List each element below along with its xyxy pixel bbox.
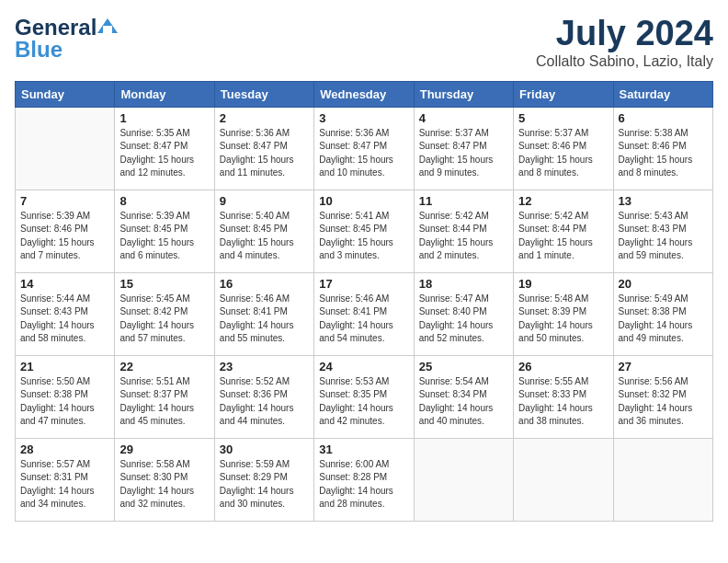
svg-marker-0 — [97, 18, 118, 33]
day-number: 15 — [119, 277, 209, 291]
calendar-cell: 24Sunrise: 5:53 AM Sunset: 8:35 PM Dayli… — [314, 355, 414, 438]
day-info: Sunrise: 5:37 AM Sunset: 8:46 PM Dayligh… — [518, 127, 608, 180]
day-info: Sunrise: 5:36 AM Sunset: 8:47 PM Dayligh… — [319, 127, 408, 180]
calendar-cell: 23Sunrise: 5:52 AM Sunset: 8:36 PM Dayli… — [214, 355, 313, 438]
calendar-table: SundayMondayTuesdayWednesdayThursdayFrid… — [15, 81, 713, 522]
calendar-cell: 7Sunrise: 5:39 AM Sunset: 8:46 PM Daylig… — [16, 190, 115, 272]
calendar-cell: 26Sunrise: 5:55 AM Sunset: 8:33 PM Dayli… — [514, 355, 613, 438]
day-number: 9 — [220, 194, 309, 208]
calendar-cell: 15Sunrise: 5:45 AM Sunset: 8:42 PM Dayli… — [115, 272, 214, 355]
day-info: Sunrise: 5:38 AM Sunset: 8:46 PM Dayligh… — [619, 127, 708, 180]
calendar-cell: 8Sunrise: 5:39 AM Sunset: 8:45 PM Daylig… — [115, 190, 214, 272]
col-header-sunday: Sunday — [16, 81, 115, 107]
day-number: 18 — [419, 277, 508, 291]
day-number: 10 — [319, 194, 408, 208]
day-number: 29 — [119, 442, 209, 456]
day-number: 22 — [119, 360, 209, 373]
day-info: Sunrise: 5:42 AM Sunset: 8:44 PM Dayligh… — [419, 210, 508, 263]
calendar-cell: 27Sunrise: 5:56 AM Sunset: 8:32 PM Dayli… — [613, 355, 712, 438]
calendar-cell: 11Sunrise: 5:42 AM Sunset: 8:44 PM Dayli… — [414, 190, 513, 272]
day-info: Sunrise: 5:46 AM Sunset: 8:41 PM Dayligh… — [220, 293, 309, 346]
day-info: Sunrise: 5:51 AM Sunset: 8:37 PM Dayligh… — [119, 375, 209, 429]
logo-icon — [97, 17, 118, 37]
calendar-cell — [16, 107, 115, 190]
calendar-header: SundayMondayTuesdayWednesdayThursdayFrid… — [16, 81, 713, 107]
day-number: 4 — [419, 111, 508, 125]
calendar-cell: 22Sunrise: 5:51 AM Sunset: 8:37 PM Dayli… — [115, 355, 214, 438]
day-info: Sunrise: 5:45 AM Sunset: 8:42 PM Dayligh… — [119, 293, 209, 346]
day-number: 25 — [419, 360, 508, 373]
day-number: 5 — [518, 111, 608, 125]
calendar-cell: 9Sunrise: 5:40 AM Sunset: 8:45 PM Daylig… — [214, 190, 313, 272]
day-number: 8 — [119, 194, 209, 208]
calendar-cell: 4Sunrise: 5:37 AM Sunset: 8:47 PM Daylig… — [414, 107, 513, 190]
day-info: Sunrise: 5:50 AM Sunset: 8:38 PM Dayligh… — [20, 375, 109, 429]
logo: General Blue — [15, 15, 118, 63]
day-number: 31 — [319, 442, 408, 456]
calendar-cell: 13Sunrise: 5:43 AM Sunset: 8:43 PM Dayli… — [613, 190, 712, 272]
location: Collalto Sabino, Lazio, Italy — [536, 53, 713, 70]
day-number: 26 — [518, 360, 608, 373]
day-number: 20 — [619, 277, 708, 291]
calendar-cell: 3Sunrise: 5:36 AM Sunset: 8:47 PM Daylig… — [314, 107, 414, 190]
calendar-cell: 5Sunrise: 5:37 AM Sunset: 8:46 PM Daylig… — [514, 107, 613, 190]
calendar-cell: 17Sunrise: 5:46 AM Sunset: 8:41 PM Dayli… — [314, 272, 414, 355]
day-info: Sunrise: 5:36 AM Sunset: 8:47 PM Dayligh… — [220, 127, 309, 180]
day-info: Sunrise: 5:35 AM Sunset: 8:47 PM Dayligh… — [119, 127, 209, 180]
calendar-cell: 30Sunrise: 5:59 AM Sunset: 8:29 PM Dayli… — [214, 438, 313, 521]
day-info: Sunrise: 5:59 AM Sunset: 8:29 PM Dayligh… — [220, 458, 309, 511]
day-number: 12 — [518, 194, 608, 208]
day-info: Sunrise: 5:39 AM Sunset: 8:46 PM Dayligh… — [20, 210, 109, 263]
logo-blue: Blue — [15, 37, 63, 63]
day-number: 28 — [20, 442, 109, 456]
calendar-cell: 28Sunrise: 5:57 AM Sunset: 8:31 PM Dayli… — [16, 438, 115, 521]
calendar-cell — [514, 438, 613, 521]
page-header: General Blue July 2024 Collalto Sabino, … — [15, 15, 713, 70]
day-info: Sunrise: 5:49 AM Sunset: 8:38 PM Dayligh… — [619, 293, 708, 346]
day-info: Sunrise: 5:41 AM Sunset: 8:45 PM Dayligh… — [319, 210, 408, 263]
day-number: 21 — [20, 360, 109, 373]
day-number: 11 — [419, 194, 508, 208]
day-info: Sunrise: 5:40 AM Sunset: 8:45 PM Dayligh… — [220, 210, 309, 263]
day-info: Sunrise: 5:57 AM Sunset: 8:31 PM Dayligh… — [20, 458, 109, 511]
day-info: Sunrise: 5:53 AM Sunset: 8:35 PM Dayligh… — [319, 375, 408, 429]
calendar-cell: 21Sunrise: 5:50 AM Sunset: 8:38 PM Dayli… — [16, 355, 115, 438]
day-number: 1 — [119, 111, 209, 125]
day-info: Sunrise: 5:47 AM Sunset: 8:40 PM Dayligh… — [419, 293, 508, 346]
col-header-thursday: Thursday — [414, 81, 513, 107]
day-info: Sunrise: 5:37 AM Sunset: 8:47 PM Dayligh… — [419, 127, 508, 180]
col-header-wednesday: Wednesday — [314, 81, 414, 107]
day-number: 3 — [319, 111, 408, 125]
day-info: Sunrise: 5:55 AM Sunset: 8:33 PM Dayligh… — [518, 375, 608, 429]
day-number: 16 — [220, 277, 309, 291]
calendar-cell: 10Sunrise: 5:41 AM Sunset: 8:45 PM Dayli… — [314, 190, 414, 272]
day-info: Sunrise: 5:48 AM Sunset: 8:39 PM Dayligh… — [518, 293, 608, 346]
day-info: Sunrise: 5:58 AM Sunset: 8:30 PM Dayligh… — [119, 458, 209, 511]
day-info: Sunrise: 5:56 AM Sunset: 8:32 PM Dayligh… — [619, 375, 708, 429]
day-info: Sunrise: 5:52 AM Sunset: 8:36 PM Dayligh… — [220, 375, 309, 429]
day-number: 17 — [319, 277, 408, 291]
day-info: Sunrise: 5:44 AM Sunset: 8:43 PM Dayligh… — [20, 293, 109, 346]
day-number: 6 — [619, 111, 708, 125]
calendar-cell: 29Sunrise: 5:58 AM Sunset: 8:30 PM Dayli… — [115, 438, 214, 521]
calendar-cell: 25Sunrise: 5:54 AM Sunset: 8:34 PM Dayli… — [414, 355, 513, 438]
calendar-cell: 31Sunrise: 6:00 AM Sunset: 8:28 PM Dayli… — [314, 438, 414, 521]
day-number: 19 — [518, 277, 608, 291]
month-year: July 2024 — [536, 15, 713, 53]
col-header-monday: Monday — [115, 81, 214, 107]
col-header-saturday: Saturday — [613, 81, 712, 107]
title-block: July 2024 Collalto Sabino, Lazio, Italy — [536, 15, 713, 70]
calendar-cell: 1Sunrise: 5:35 AM Sunset: 8:47 PM Daylig… — [115, 107, 214, 190]
day-number: 30 — [220, 442, 309, 456]
day-info: Sunrise: 5:54 AM Sunset: 8:34 PM Dayligh… — [419, 375, 508, 429]
day-number: 27 — [619, 360, 708, 373]
day-number: 14 — [20, 277, 109, 291]
col-header-friday: Friday — [514, 81, 613, 107]
day-number: 2 — [220, 111, 309, 125]
calendar-cell: 20Sunrise: 5:49 AM Sunset: 8:38 PM Dayli… — [613, 272, 712, 355]
day-info: Sunrise: 5:46 AM Sunset: 8:41 PM Dayligh… — [319, 293, 408, 346]
col-header-tuesday: Tuesday — [214, 81, 313, 107]
calendar-cell: 18Sunrise: 5:47 AM Sunset: 8:40 PM Dayli… — [414, 272, 513, 355]
calendar-cell: 16Sunrise: 5:46 AM Sunset: 8:41 PM Dayli… — [214, 272, 313, 355]
day-info: Sunrise: 5:43 AM Sunset: 8:43 PM Dayligh… — [619, 210, 708, 263]
